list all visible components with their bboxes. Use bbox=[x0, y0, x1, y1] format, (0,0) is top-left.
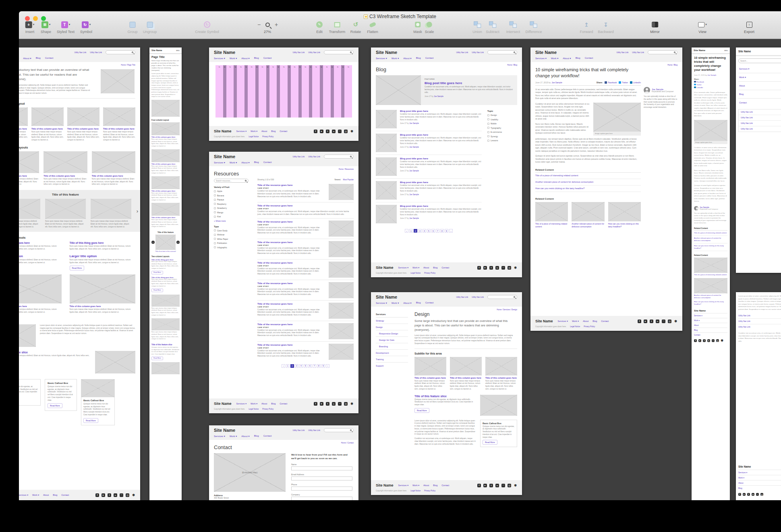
filter-checkbox[interactable]: Strawberry bbox=[214, 207, 253, 209]
linkedin-icon[interactable] bbox=[495, 484, 499, 487]
facebook-icon[interactable] bbox=[477, 266, 481, 270]
youtube-icon[interactable] bbox=[743, 493, 746, 496]
flickr-icon[interactable] bbox=[756, 493, 759, 496]
show-more-link[interactable]: + Show more bbox=[214, 220, 253, 222]
footer-nav-item[interactable]: Blog bbox=[738, 485, 781, 491]
mask-button[interactable]: Mask bbox=[413, 20, 422, 34]
subnav-item[interactable]: Support bbox=[376, 363, 408, 369]
nav-blog[interactable]: Blog bbox=[36, 57, 41, 60]
mobile-nav-services[interactable]: Services ▾ bbox=[738, 65, 781, 73]
subnav-item[interactable]: Responsive Design bbox=[376, 330, 408, 337]
column-title-link[interactable]: Title of this column goes here bbox=[92, 175, 135, 177]
symbol-button[interactable]: ↻▾Symbol bbox=[80, 20, 92, 34]
filter-checkbox[interactable]: Apple bbox=[214, 190, 253, 192]
instagram-icon[interactable] bbox=[716, 339, 719, 342]
linkedin-share-link[interactable]: LinkedIn bbox=[694, 87, 727, 89]
related-link[interactable]: How can you resist clicking on this tast… bbox=[608, 223, 641, 228]
twitter-icon[interactable] bbox=[489, 266, 493, 270]
menu-button[interactable]: MENU bbox=[176, 49, 180, 52]
search-input[interactable]: Search... bbox=[738, 58, 781, 63]
column-title-link[interactable]: Title of this column goes here bbox=[44, 175, 87, 177]
linkedin-icon[interactable] bbox=[752, 493, 754, 496]
privacy-policy-link[interactable]: Privacy Policy bbox=[262, 136, 273, 138]
footer-nav-item[interactable]: Work ▾ bbox=[694, 318, 727, 323]
group-button[interactable]: Group bbox=[127, 20, 137, 34]
yelp-icon[interactable] bbox=[674, 320, 677, 323]
sketch-canvas[interactable]: ents Site Name Utility Nav Link Utility … bbox=[19, 39, 781, 500]
artboard-blank-page[interactable]: Blank Page (12-col grid) Site Name Utili… bbox=[209, 47, 358, 141]
footer-nav-item[interactable]: About bbox=[738, 480, 781, 485]
utility-nav-link[interactable]: Utility Nav Link bbox=[739, 120, 781, 126]
breadcrumb[interactable]: Home / Blog bbox=[530, 62, 682, 66]
related-link[interactable]: Title of a piece of interesting related … bbox=[694, 231, 727, 236]
related-link[interactable]: Another relevant piece of content for de… bbox=[694, 236, 727, 243]
backward-button[interactable]: ↧Backward bbox=[598, 20, 614, 34]
column-title-link[interactable]: Title of this column goes here bbox=[103, 128, 135, 130]
linkedin-icon[interactable] bbox=[114, 493, 117, 497]
read-more-button[interactable]: Read More bbox=[151, 289, 163, 292]
larger-title-link[interactable]: Larger title option bbox=[19, 254, 62, 258]
flatten-button[interactable]: Flatten bbox=[367, 20, 378, 34]
carousel-next-icon[interactable] bbox=[137, 208, 138, 214]
instagram-icon[interactable] bbox=[508, 266, 511, 270]
filter-checkbox[interactable]: White Paper bbox=[214, 238, 253, 240]
utility-nav-link[interactable]: Utility Nav Link bbox=[739, 115, 781, 120]
instagram-icon[interactable] bbox=[126, 493, 129, 497]
twitter-icon[interactable] bbox=[108, 493, 111, 497]
breadcrumb[interactable]: Home / Services / Design bbox=[371, 307, 522, 311]
linkedin-icon[interactable] bbox=[332, 402, 336, 406]
breadcrumb[interactable]: Home / Page Title bbox=[19, 62, 140, 66]
flickr-icon[interactable] bbox=[338, 402, 342, 406]
subtract-button[interactable]: Subtract bbox=[486, 20, 499, 34]
ungroup-button[interactable]: Ungroup bbox=[143, 20, 157, 34]
yelp-icon[interactable] bbox=[514, 484, 517, 487]
yelp-icon[interactable] bbox=[350, 130, 354, 133]
related-link[interactable]: How can you resist clicking on this tast… bbox=[694, 243, 727, 251]
pagination-prev[interactable] bbox=[405, 229, 408, 233]
utility-nav-link[interactable]: Utility Nav Link bbox=[74, 52, 86, 54]
artboard-mobile-nav[interactable]: Mobile Nav Site Name Search... Services … bbox=[736, 47, 781, 273]
linkedin-icon[interactable] bbox=[707, 339, 710, 342]
youtube-icon[interactable] bbox=[644, 320, 647, 323]
twitter-share-link[interactable]: Twitter bbox=[694, 84, 727, 86]
linkedin-icon[interactable] bbox=[495, 266, 499, 270]
union-button[interactable]: Union bbox=[472, 20, 482, 34]
menu-button[interactable]: MENU bbox=[724, 49, 728, 52]
zoom-tool-button[interactable]: 27% bbox=[264, 20, 271, 34]
artboard-contact-page[interactable]: Contact Page Site Name Utility Nav LinkU… bbox=[209, 425, 358, 500]
related-link[interactable]: How can you resist clicking on this tast… bbox=[535, 186, 641, 192]
topic-checkbox[interactable]: Usability bbox=[487, 118, 517, 121]
topic-checkbox[interactable]: Typography bbox=[487, 127, 517, 129]
footer-nav-item[interactable]: About bbox=[694, 323, 727, 328]
mobile-nav-blog[interactable]: Blog bbox=[738, 90, 781, 99]
mobile-nav-contact[interactable]: Contact bbox=[738, 99, 781, 107]
featured-post-title-link[interactable]: Blog post title goes here bbox=[425, 81, 514, 85]
pagination-next[interactable] bbox=[326, 364, 329, 368]
facebook-icon[interactable] bbox=[694, 339, 697, 342]
artboard-interior-page[interactable]: Interior Page with Subnav Site Name Util… bbox=[371, 292, 522, 495]
subnav-item[interactable]: Strategy bbox=[376, 318, 408, 324]
breadcrumb[interactable]: Home / Blog bbox=[371, 62, 522, 66]
artboard-mobile-page-bottom[interactable]: Lorem ipsum dolor sit amet, consectetur … bbox=[736, 292, 781, 500]
facebook-icon[interactable] bbox=[314, 402, 317, 406]
pagination-next[interactable] bbox=[449, 229, 453, 233]
mobile-nav-work[interactable]: Work ▾ bbox=[738, 73, 781, 82]
related-link[interactable]: Title of a piece of interesting related … bbox=[535, 223, 568, 228]
twitter-icon[interactable] bbox=[326, 402, 329, 406]
topic-checkbox[interactable]: Mobile bbox=[487, 122, 517, 125]
twitter-icon[interactable] bbox=[326, 130, 329, 133]
utility-nav-link[interactable]: Utility Nav Link bbox=[739, 109, 781, 115]
footer-nav-item[interactable]: Contact bbox=[694, 332, 727, 337]
youtube-icon[interactable] bbox=[320, 130, 323, 133]
filter-search-input[interactable]: Search resources... bbox=[214, 179, 249, 183]
nav-contact[interactable]: Contact bbox=[45, 57, 54, 60]
search-input[interactable] bbox=[648, 50, 677, 54]
column-title-link[interactable]: Title of this column goes here bbox=[19, 128, 28, 130]
subnav-item[interactable]: Design for Cats bbox=[376, 337, 408, 343]
filter-checkbox[interactable]: Papaya bbox=[214, 198, 253, 201]
larger-title-link[interactable]: Larger title option bbox=[70, 254, 136, 258]
utility-nav-link[interactable]: Utility Nav Link bbox=[738, 324, 781, 330]
related-link[interactable]: Another relevant piece of content for de… bbox=[572, 223, 604, 228]
filter-checkbox[interactable]: Case Study bbox=[214, 229, 253, 232]
filter-checkbox[interactable]: Infographic bbox=[214, 246, 253, 249]
